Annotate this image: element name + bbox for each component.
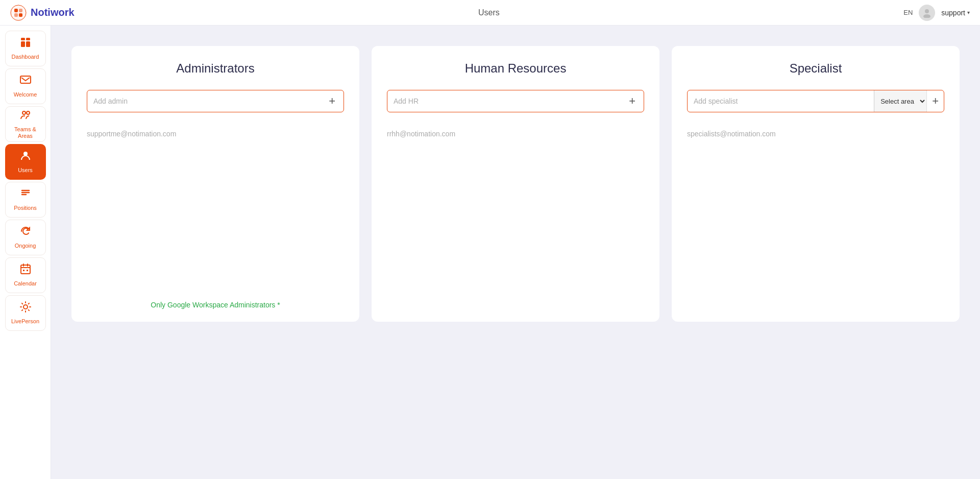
svg-point-12 xyxy=(22,111,26,114)
svg-point-5 xyxy=(925,9,929,13)
svg-point-18 xyxy=(23,305,28,309)
svg-rect-17 xyxy=(27,270,28,271)
welcome-icon xyxy=(19,74,32,89)
add-hr-input-row: + xyxy=(387,90,644,112)
sidebar-item-users[interactable]: Users xyxy=(5,144,46,180)
add-hr-input[interactable] xyxy=(394,97,627,105)
administrators-footer: Only Google Workspace Administrators * xyxy=(87,300,344,309)
dashboard-icon xyxy=(19,36,32,52)
header-right: EN support ▾ xyxy=(903,5,970,21)
add-admin-input[interactable] xyxy=(93,97,327,105)
sidebar-item-label: Calendar xyxy=(14,280,37,287)
svg-point-14 xyxy=(23,152,28,156)
specialist-card: Specialist Select area Area 1 Area 2 + s… xyxy=(672,46,960,322)
svg-rect-8 xyxy=(26,38,30,40)
select-area-dropdown[interactable]: Select area Area 1 Area 2 xyxy=(874,90,926,112)
cards-container: Administrators + supportme@notimation.co… xyxy=(71,46,960,322)
admin-user-email: supportme@notimation.com xyxy=(87,127,344,141)
language-button[interactable]: EN xyxy=(903,9,913,16)
svg-rect-11 xyxy=(20,76,31,83)
sidebar-item-liveperson[interactable]: LivePerson xyxy=(5,295,46,331)
svg-rect-10 xyxy=(26,41,30,47)
workspace-note: Only Google Workspace Administrators * xyxy=(151,301,280,309)
logo-text: Notiwork xyxy=(31,7,75,18)
human-resources-title: Human Resources xyxy=(387,61,644,76)
user-name-dropdown[interactable]: support ▾ xyxy=(941,9,970,17)
teams-icon xyxy=(19,109,32,124)
specialist-user-email: specialists@notimation.com xyxy=(687,127,944,141)
calendar-icon xyxy=(19,263,32,278)
svg-rect-16 xyxy=(23,270,24,271)
notiwork-logo-icon xyxy=(10,5,27,21)
specialist-title: Specialist xyxy=(687,61,944,76)
sidebar-item-label: Ongoing xyxy=(15,243,36,249)
add-specialist-button[interactable]: + xyxy=(926,90,944,112)
logo: Notiwork xyxy=(10,5,75,21)
page-title: Users xyxy=(478,8,500,17)
sidebar-item-label: LivePerson xyxy=(11,318,39,325)
positions-icon xyxy=(19,187,32,203)
administrators-card: Administrators + supportme@notimation.co… xyxy=(71,46,359,322)
add-admin-input-row: + xyxy=(87,90,344,112)
chevron-down-icon: ▾ xyxy=(967,10,970,15)
sidebar-item-calendar[interactable]: Calendar xyxy=(5,257,46,293)
svg-rect-15 xyxy=(21,265,30,274)
svg-point-0 xyxy=(11,5,26,20)
add-hr-button[interactable]: + xyxy=(627,94,638,108)
ongoing-icon xyxy=(19,225,32,241)
administrators-title: Administrators xyxy=(87,61,344,76)
svg-rect-7 xyxy=(21,38,25,40)
main-content: Administrators + supportme@notimation.co… xyxy=(51,26,980,479)
svg-rect-3 xyxy=(14,13,18,17)
add-specialist-input-row: Select area Area 1 Area 2 + xyxy=(687,90,944,112)
users-icon xyxy=(19,150,32,165)
sidebar-item-label: Dashboard xyxy=(12,54,39,60)
app-header: Notiwork Users EN support ▾ xyxy=(0,0,980,26)
sidebar-item-label: Teams & Areas xyxy=(14,126,36,139)
sidebar-item-welcome[interactable]: Welcome xyxy=(5,68,46,104)
svg-point-13 xyxy=(27,111,30,114)
sidebar-item-label: Users xyxy=(18,167,33,174)
sidebar: Dashboard Welcome Teams & Areas xyxy=(0,26,51,479)
hr-user-email: rrhh@notimation.com xyxy=(387,127,644,141)
svg-point-6 xyxy=(923,14,930,18)
sidebar-item-positions[interactable]: Positions xyxy=(5,182,46,218)
liveperson-icon xyxy=(19,301,32,316)
sidebar-item-dashboard[interactable]: Dashboard xyxy=(5,31,46,66)
svg-rect-1 xyxy=(14,9,18,12)
avatar xyxy=(919,5,935,21)
svg-rect-9 xyxy=(21,41,25,47)
svg-rect-4 xyxy=(19,13,22,17)
add-admin-button[interactable]: + xyxy=(327,94,337,108)
svg-rect-2 xyxy=(19,9,22,12)
sidebar-item-teams-areas[interactable]: Teams & Areas xyxy=(5,106,46,142)
sidebar-item-label: Positions xyxy=(14,205,37,211)
sidebar-item-label: Welcome xyxy=(14,91,37,98)
human-resources-card: Human Resources + rrhh@notimation.com xyxy=(372,46,659,322)
sidebar-item-ongoing[interactable]: Ongoing xyxy=(5,220,46,255)
add-specialist-input[interactable] xyxy=(688,97,874,105)
